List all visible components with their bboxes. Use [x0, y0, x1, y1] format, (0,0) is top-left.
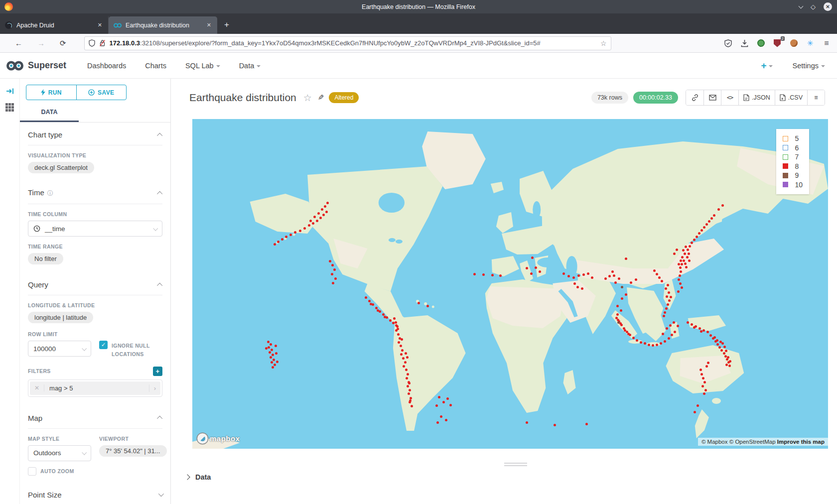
world-map[interactable]: 5678910 mapbox © Mapbox © OpenStreetMap …: [192, 119, 828, 449]
remove-filter-icon[interactable]: ✕: [30, 384, 44, 391]
earthquake-dot: [616, 313, 619, 316]
tab-close-icon[interactable]: ✕: [206, 22, 212, 28]
nav-item-charts[interactable]: Charts: [145, 62, 166, 70]
favorite-star-icon[interactable]: ☆: [303, 92, 312, 104]
tab-apache-druid[interactable]: Apache Druid ✕: [0, 16, 109, 34]
legend-row[interactable]: 9: [783, 171, 803, 180]
reload-button[interactable]: ⟳: [60, 39, 66, 48]
add-filter-button[interactable]: +: [153, 367, 162, 376]
earthquake-dot: [625, 257, 627, 260]
lonlat-value[interactable]: longitude | latitude: [28, 312, 93, 323]
chevron-up-icon: [157, 416, 162, 421]
expand-filter-icon[interactable]: ›: [149, 384, 160, 392]
section-map[interactable]: Map: [28, 406, 162, 429]
new-tab-button[interactable]: +: [224, 20, 229, 30]
tab-earthquake-distribution[interactable]: Earthquake distribution ✕: [109, 16, 217, 34]
downloads-icon[interactable]: [740, 39, 749, 48]
cookie-extension-icon[interactable]: [789, 39, 798, 48]
earthquake-dot: [285, 236, 287, 238]
row-limit-select[interactable]: 100000: [28, 341, 91, 357]
section-chart-type[interactable]: Chart type: [28, 123, 162, 145]
viewport-value[interactable]: 7° 35' 54.02" | 31...: [99, 445, 167, 457]
back-button[interactable]: ←: [15, 39, 22, 47]
browser-menu-icon[interactable]: ≡: [822, 39, 831, 48]
filter-box: ✕ mag > 5 ›: [28, 379, 162, 397]
filter-chip[interactable]: ✕ mag > 5 ›: [30, 381, 160, 395]
legend-row[interactable]: 7: [783, 153, 803, 161]
earthquake-dot: [698, 232, 700, 235]
chart-menu-button[interactable]: ≡: [807, 90, 825, 105]
checkbox-checked-icon[interactable]: [99, 341, 108, 349]
run-button[interactable]: RUN: [26, 85, 76, 100]
earthquake-dot: [591, 276, 593, 279]
nav-item-data[interactable]: Data: [239, 62, 261, 70]
legend-row[interactable]: 6: [783, 144, 803, 152]
brand-name[interactable]: Superset: [28, 60, 66, 71]
map-attribution[interactable]: © Mapbox © OpenStreetMap Improve this ma…: [698, 438, 828, 446]
embed-code-button[interactable]: <>: [721, 90, 738, 105]
data-panel-toggle[interactable]: Data: [185, 473, 211, 481]
map-legend[interactable]: 5678910: [776, 129, 809, 194]
url-text[interactable]: 172.18.0.3:32108/superset/explore/?form_…: [110, 39, 596, 47]
time-column-select[interactable]: __time: [28, 221, 162, 237]
copy-link-button[interactable]: [686, 90, 703, 105]
legend-row[interactable]: 5: [783, 134, 803, 143]
earthquake-dot: [406, 377, 408, 379]
earthquake-dot: [635, 278, 637, 281]
superset-navbar: Superset Dashboards Charts SQL Lab Data …: [0, 53, 837, 79]
earthquake-dot: [400, 345, 402, 347]
earthquake-dot: [577, 274, 580, 277]
insecure-lock-icon[interactable]: [99, 39, 106, 47]
resize-drag-handle[interactable]: [504, 461, 527, 468]
forward-button[interactable]: →: [37, 39, 45, 47]
section-title: Time: [28, 188, 44, 197]
export-json-button[interactable]: .JSON: [738, 90, 775, 105]
window-minimize-icon[interactable]: [799, 3, 804, 8]
url-field[interactable]: 172.18.0.3:32108/superset/explore/?form_…: [84, 36, 611, 50]
tracking-shield-icon[interactable]: [89, 39, 95, 47]
adblock-shield-icon[interactable]: 2: [773, 39, 782, 48]
nav-item-dashboards[interactable]: Dashboards: [87, 62, 126, 70]
nav-item-sql-lab[interactable]: SQL Lab: [185, 62, 220, 70]
extension-snowflake-icon[interactable]: ✳: [806, 39, 815, 48]
earthquake-dot: [679, 282, 682, 285]
earthquake-dot: [299, 230, 301, 232]
earthquake-dot: [535, 266, 537, 269]
tab-close-icon[interactable]: ✕: [97, 22, 103, 28]
section-time[interactable]: Timeⓘ: [28, 180, 162, 204]
ignore-null-checkbox-row[interactable]: IGNORE NULL LOCATIONS: [99, 341, 162, 359]
earthquake-dot: [621, 286, 623, 288]
time-range-value[interactable]: No filter: [28, 253, 63, 264]
window-close-icon[interactable]: ✕: [824, 2, 832, 11]
improve-map-link[interactable]: Improve this map: [777, 439, 825, 445]
legend-row[interactable]: 8: [783, 162, 803, 171]
mapbox-logo[interactable]: mapbox: [197, 433, 240, 444]
pocket-shield-icon[interactable]: [723, 39, 732, 48]
section-point-size[interactable]: Point Size: [28, 483, 162, 504]
earthquake-dot: [724, 355, 727, 358]
expand-panel-icon[interactable]: [6, 88, 14, 95]
checkbox-unchecked-icon[interactable]: [28, 467, 36, 476]
settings-menu[interactable]: Settings: [793, 62, 825, 70]
earthquake-dot: [368, 300, 371, 302]
window-maximize-icon[interactable]: ◇: [811, 3, 816, 10]
save-button[interactable]: SAVE: [76, 85, 127, 100]
extension-green-icon[interactable]: [756, 39, 765, 48]
add-new-button[interactable]: +: [761, 60, 772, 71]
chevron-up-icon: [157, 282, 162, 288]
section-title: Point Size: [28, 491, 62, 499]
export-csv-button[interactable]: .CSV: [775, 90, 807, 105]
legend-row[interactable]: 10: [783, 181, 803, 189]
dataset-grid-icon[interactable]: [5, 103, 14, 112]
earthquake-dot: [274, 243, 276, 246]
earthquake-dot: [648, 344, 650, 346]
tab-data[interactable]: DATA: [20, 109, 79, 122]
map-style-select[interactable]: Outdoors: [28, 445, 91, 461]
auto-zoom-checkbox-row[interactable]: AUTO ZOOM: [28, 467, 91, 476]
earthquake-dot: [275, 345, 277, 347]
edit-title-icon[interactable]: ✎: [318, 93, 324, 102]
email-button[interactable]: [703, 90, 721, 105]
section-query[interactable]: Query: [28, 272, 162, 295]
bookmark-star-icon[interactable]: ☆: [600, 39, 607, 47]
viz-type-value[interactable]: deck.gl Scatterplot: [28, 162, 94, 173]
